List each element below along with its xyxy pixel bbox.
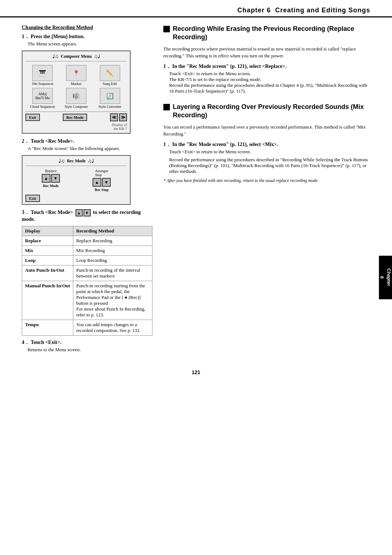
black-square-icon2 [163,104,170,110]
method-tempo: You can add tempo changes to a recorded … [73,320,152,336]
icon-style-converter: 🔄 Style Converter [94,88,126,109]
chapter-title: Chapter 6 [237,7,271,14]
replace-step-1-label: In the "Rec Mode screen" (p. 121), selec… [172,64,287,69]
table-row: Auto Punch-In/Out Punch-in recording of … [22,266,152,281]
up-arrow: ▲ [42,174,50,183]
rec-mode-replace-arrows: ▲ ▼ [42,174,60,183]
display-replace: Replace [22,236,73,246]
display-manual-punch: Manual Punch-In/Out [22,281,73,320]
step3-arrows: ▲ ▼ [75,209,91,216]
rec-mode-screen: ♩♫ Rec Mode ♫♩ Replace ▲ ▼ Rec Mode Arr [22,155,131,205]
display-of-label: Display ofthe KR-7 [25,123,127,131]
section-replace-title: Recording While Erasing the Previous Rec… [163,25,370,42]
rec-mode-content: Replace ▲ ▼ Rec Mode ArrangerStop ▲ ▼ [25,169,127,192]
step-3-label: Touch <Rec Mode> [31,210,73,215]
section-mix-title: Layering a Recording Over Previously Rec… [163,103,370,120]
chapter-sidebar: Chapter 6 [379,256,392,299]
mix-step-1-label: In the "Rec Mode screen" (p. 121), selec… [172,142,278,147]
step3-down-arrow: ▼ [83,209,91,216]
icon-style-composer: 🎼 Style Composer [61,88,92,109]
section-replace-body: The recording process where previous mat… [163,45,370,60]
icon-marker: 📍 Marker [61,65,92,86]
step-3: 3． Touch <Rec Mode> ▲ ▼ to select the re… [22,209,152,222]
table-header-method: Recording Method [73,226,152,236]
step-2-label: Touch <Rec Mode>. [31,138,74,144]
composer-menu-title: ♩♫ Composer Menu ♫♩ [25,53,127,61]
mix-step-1-body: Touch <Exit> to return to the Menu scree… [169,149,370,174]
step-4-label: Touch <Exit>. [31,340,62,345]
table-row: Loop Loop Recording [22,256,152,266]
main-content: Changing the Recording Method 1． Press t… [0,17,392,364]
step-2: 2． Touch <Rec Mode>. A "Rec Mode screen"… [22,138,152,151]
recording-method-table: Display Recording Method Replace Replace… [22,226,152,336]
step-2-body: A "Rec Mode screen" like the following a… [28,146,152,151]
method-loop: Loop Recording [73,256,152,266]
display-tempo: Tempo [22,320,73,336]
left-column: Changing the Recording Method 1． Press t… [22,25,152,356]
composer-menu-icons: 🎹 16tr Sequencer 📍 Marker ✏️ Song Edit A… [25,64,127,110]
chapter-subtitle: Creating and Editing Songs [271,7,370,14]
page-header: Chapter 6 Creating and Editing Songs [0,0,392,17]
step-1: 1． Press the [Menu] button. The Menu scr… [22,33,152,47]
step-1-label: Press the [Menu] button. [31,34,85,39]
rec-mode-stop-arrows: ▲ ▼ [93,178,111,187]
method-manual-punch: Punch-in recording starting from the poi… [73,281,152,320]
rec-mode-button-mockup: Rec Mode [63,114,87,121]
down-arrow: ▼ [51,174,60,183]
section-mix-recording: Layering a Recording Over Previously Rec… [163,103,370,183]
step-4: 4． Touch <Exit>. Returns to the Menu scr… [22,339,152,353]
step3-up-arrow: ▲ [75,209,83,216]
display-auto-punch: Auto Punch-In/Out [22,266,73,281]
composer-menu-screen: ♩♫ Composer Menu ♫♩ 🎹 16tr Sequencer 📍 M… [22,50,131,134]
mix-step-1: 1． In the "Rec Mode screen" (p. 121), se… [163,141,370,174]
step-4-body: Returns to the Menu screen. [28,347,152,353]
table-row: Manual Punch-In/Out Punch-in recording s… [22,281,152,320]
rec-mode-replace: Replace ▲ ▼ Rec Mode [42,169,60,192]
rec-mode-title: ♩♫ Rec Mode ♫♩ [25,158,127,166]
section-replace-recording: Recording While Erasing the Previous Rec… [163,25,370,94]
rec-mode-exit-row: Exit [25,195,127,202]
black-square-icon [163,26,170,32]
method-replace: Replace Recording [73,236,152,246]
section-mix-body: You can record a performance layered ove… [163,123,370,138]
display-loop: Loop [22,256,73,266]
replace-step-1-body1: Touch <Exit> to return to the Menu scree… [169,71,370,94]
table-header-display: Display [22,226,73,236]
replace-step-1: 1． In the "Rec Mode screen" (p. 121), se… [163,63,370,94]
left-section-heading: Changing the Recording Method [22,25,152,31]
table-row: Mix Mix Recording [22,246,152,256]
table-row: Replace Replace Recording [22,236,152,246]
page-number: 121 [0,364,392,382]
icon-chord-seq: AMajBm7CMa Chord Sequencer [27,88,58,109]
right-column: Recording While Erasing the Previous Rec… [163,25,370,356]
step-1-body: The Menu screen appears. [28,41,152,47]
method-auto-punch: Punch-in recording of the interval betwe… [73,266,152,281]
table-row: Tempo You can add tempo changes to a rec… [22,320,152,336]
nav-arrows: ≪ ≫ [110,113,127,121]
icon-song-edit: ✏️ Song Edit [94,65,126,86]
exit-button-mockup: Exit [25,114,40,121]
display-mix: Mix [22,246,73,256]
down-arrow2: ▼ [102,178,111,187]
icon-16tr: 🎹 16tr Sequencer [27,65,58,86]
composer-menu-bottom: Exit Rec Mode ≪ ≫ [25,112,127,121]
page: Chapter 6 Creating and Editing Songs Cha… [0,0,392,555]
prev-arrow: ≪ [110,113,118,121]
rec-mode-stop: ArrangerStop ▲ ▼ Rec Stop [93,169,111,192]
mix-note: * After you have finished with mix recor… [163,178,370,183]
up-arrow2: ▲ [93,178,101,187]
rec-mode-exit-btn: Exit [25,195,40,202]
next-arrow: ≫ [119,113,127,121]
method-mix: Mix Recording [73,246,152,256]
